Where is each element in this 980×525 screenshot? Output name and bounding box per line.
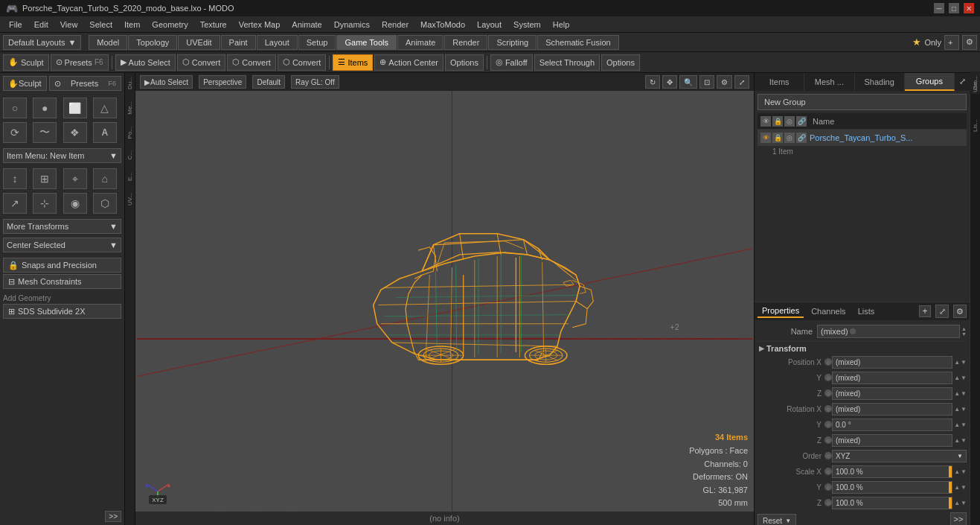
tab-game-tools[interactable]: Game Tools [336, 35, 397, 50]
rot-x-down[interactable]: ▼ [961, 406, 967, 413]
rot-z-value[interactable]: (mixed) [832, 434, 952, 447]
side-tab-pol[interactable]: Po... [126, 124, 134, 141]
vp-rotate-icon[interactable]: ↻ [645, 75, 660, 89]
vp-pan-icon[interactable]: ✥ [662, 75, 677, 89]
mesh-constraints-button[interactable]: ⊟ Mesh Constraints [3, 274, 121, 289]
rot-y-value[interactable]: 0.0 ° [832, 419, 952, 431]
item-menu-dropdown[interactable]: Item Menu: New Item ▼ [3, 148, 121, 163]
menu-animate[interactable]: Animate [286, 19, 327, 31]
props-tab-channels[interactable]: Channels [807, 305, 850, 317]
props-add-button[interactable]: + [919, 305, 931, 317]
menu-help[interactable]: Help [547, 19, 576, 31]
item-lock-icon[interactable]: 🔒 [772, 133, 783, 143]
auto-select-button[interactable]: ▶ Auto Select [115, 54, 176, 71]
props-tab-lists[interactable]: Lists [854, 305, 880, 317]
sphere-icon-btn[interactable]: ○ [3, 98, 27, 118]
rot-y-circle[interactable]: ○ [824, 421, 832, 428]
pos-z-circle[interactable]: ○ [824, 389, 832, 397]
menu-select[interactable]: Select [83, 19, 118, 31]
item-row-porsche[interactable]: 👁 🔒 ◎ 🔗 Porsche_Taycan_Turbo_S... [758, 130, 967, 146]
menu-render[interactable]: Render [376, 19, 414, 31]
rp-tab-items[interactable]: Items [755, 73, 804, 91]
menu-dynamics[interactable]: Dynamics [328, 19, 376, 31]
pos-x-value[interactable]: (mixed) [832, 356, 952, 369]
rotate-icon-btn[interactable]: ⟳ [3, 122, 27, 143]
tab-uvedit[interactable]: UVEdit [178, 35, 220, 50]
pos-y-value[interactable]: (mixed) [832, 372, 952, 384]
scale-z-value[interactable]: 100.0 % [832, 497, 952, 509]
side-tab-dup[interactable]: Du... [126, 74, 134, 92]
rot-x-circle[interactable]: ○ [824, 405, 832, 413]
grid-icon-btn[interactable]: ⊞ [33, 168, 57, 189]
pyramid-icon-btn[interactable]: △ [93, 98, 117, 118]
maximize-button[interactable]: □ [949, 3, 959, 13]
menu-system[interactable]: System [507, 19, 547, 31]
new-group-button[interactable]: New Group [758, 94, 967, 110]
default-layouts-dropdown[interactable]: Default Layouts ▼ [3, 35, 81, 50]
text-icon-btn[interactable]: A [93, 122, 117, 143]
vp-auto-select[interactable]: ▶ Auto Select [140, 75, 193, 89]
move-icon-btn[interactable]: ↕ [3, 168, 27, 189]
side-tab-c[interactable]: C... [126, 148, 134, 162]
rot-z-down[interactable]: ▼ [961, 437, 967, 444]
rot-z-up[interactable]: ▲ [954, 437, 960, 444]
rp-tab-mesh[interactable]: Mesh ... [804, 73, 854, 91]
far-right-tab-use[interactable]: Use... [971, 74, 979, 95]
side-tab-e[interactable]: E... [126, 170, 134, 183]
props-expand-button[interactable]: ⤢ [935, 305, 949, 318]
viewport-canvas[interactable]: +2 [135, 91, 754, 512]
menu-item[interactable]: Item [118, 19, 146, 31]
props-tab-properties[interactable]: Properties [758, 305, 804, 318]
menu-view[interactable]: View [54, 19, 84, 31]
titlebar-controls[interactable]: ─ □ ✕ [934, 3, 974, 13]
minimize-button[interactable]: ─ [934, 3, 944, 13]
pos-y-up[interactable]: ▲ [954, 375, 960, 381]
rp-tab-shading[interactable]: Shading [855, 73, 905, 91]
rot-y-up[interactable]: ▲ [954, 421, 960, 428]
tab-topology[interactable]: Topology [128, 35, 177, 50]
pos-y-down[interactable]: ▼ [961, 375, 967, 381]
center-selected-dropdown[interactable]: Center Selected ▼ [3, 238, 121, 252]
menu-maxtomodo[interactable]: MaxToModo [414, 19, 471, 31]
pos-x-down[interactable]: ▼ [961, 359, 967, 366]
item-eye-icon[interactable]: 👁 [760, 133, 771, 143]
tab-setup[interactable]: Setup [298, 35, 336, 50]
pos-z-down[interactable]: ▼ [961, 390, 967, 397]
star-icon[interactable]: ★ [912, 36, 921, 48]
name-prop-value[interactable]: (mixed) [817, 325, 960, 338]
scale-x-value[interactable]: 100.0 % [832, 465, 952, 478]
pos-x-circle[interactable]: ○ [824, 358, 832, 366]
diamond-icon-btn[interactable]: ❖ [63, 122, 87, 143]
item-sel-icon[interactable]: ◎ [784, 133, 795, 143]
tab-model[interactable]: Model [89, 35, 127, 50]
add-layout-button[interactable]: + [944, 35, 959, 50]
reset-button[interactable]: Reset ▼ [758, 514, 796, 525]
side-tab-uv[interactable]: UV... [126, 191, 134, 208]
rp-tab-groups[interactable]: Groups [905, 73, 955, 91]
props-right-arrow[interactable]: >> [950, 512, 967, 525]
convert2-button[interactable]: ⬡ Convert [227, 54, 276, 71]
tab-paint[interactable]: Paint [221, 35, 256, 50]
pos-y-circle[interactable]: ○ [824, 374, 832, 381]
pos-x-up[interactable]: ▲ [954, 359, 960, 366]
sculpt-button[interactable]: ✋ Sculpt [3, 54, 49, 71]
action-center-button[interactable]: ⊕ Action Center [374, 54, 443, 71]
rot-z-circle[interactable]: ○ [824, 436, 832, 444]
rp-expand-btn[interactable]: ⤢ [955, 73, 970, 89]
pos-z-up[interactable]: ▲ [954, 390, 960, 397]
vp-zoom-icon[interactable]: 🔍 [679, 75, 697, 89]
wave-icon-btn[interactable]: 〜 [33, 122, 57, 143]
presets-panel-button[interactable]: ⊙ Presets F6 [49, 76, 121, 91]
circle-target-btn[interactable]: ◉ [63, 193, 87, 214]
vp-default[interactable]: Default [252, 75, 285, 89]
arrow-ne-btn[interactable]: ↗ [3, 193, 27, 214]
target-icon-btn[interactable]: ⌖ [63, 168, 87, 189]
scale-x-circle[interactable]: ○ [824, 468, 832, 475]
vp-fit-icon[interactable]: ⊡ [699, 75, 714, 89]
vp-perspective[interactable]: Perspective [199, 75, 246, 89]
scale-x-down[interactable]: ▼ [961, 468, 967, 475]
vp-ray-gl[interactable]: Ray GL: Off [291, 75, 339, 89]
snaps-precision-button[interactable]: 🔒 Snaps and Precision [3, 258, 121, 273]
sculpt-panel-button[interactable]: ✋ Sculpt [3, 76, 47, 91]
expand-panel-button[interactable]: >> [105, 511, 121, 522]
